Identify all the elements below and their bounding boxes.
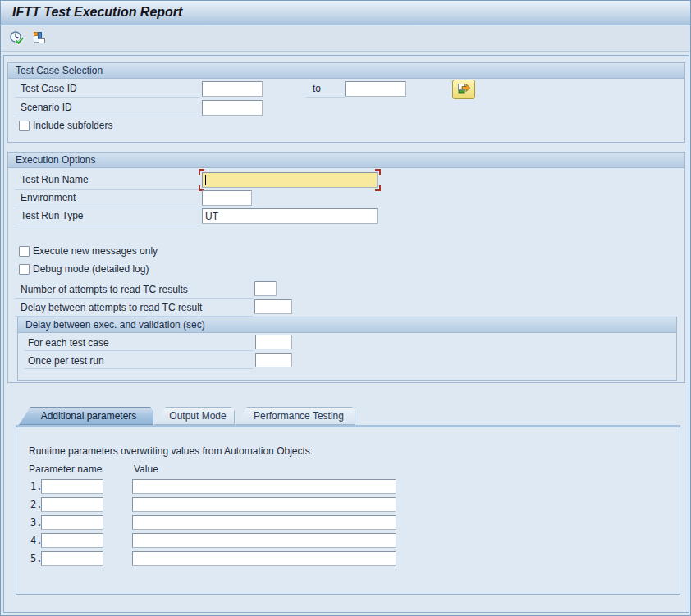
row-underline bbox=[306, 97, 346, 98]
execute-new-messages-checkbox[interactable] bbox=[19, 246, 30, 257]
execute-new-messages-label: Execute new messages only bbox=[33, 245, 158, 258]
test-case-id-label: Test Case ID bbox=[21, 81, 77, 97]
execute-clock-check-icon bbox=[9, 30, 25, 48]
for-each-test-case-input[interactable] bbox=[255, 335, 292, 349]
debug-mode-label: Debug mode (detailed log) bbox=[33, 263, 149, 276]
row-underline bbox=[15, 116, 200, 116]
delay-validation-group-title: Delay between exec. and validation (sec) bbox=[18, 317, 676, 333]
tab-performance-testing[interactable]: Performance Testing bbox=[236, 407, 355, 425]
test-run-type-label: Test Run Type bbox=[21, 208, 84, 224]
param-name-input-2[interactable] bbox=[41, 497, 103, 512]
execution-options-group: Execution Options Test Run Name Environm… bbox=[7, 152, 685, 383]
get-variant-button[interactable] bbox=[30, 30, 48, 48]
param-value-input-4[interactable] bbox=[132, 533, 396, 548]
delay-validation-group: Delay between exec. and validation (sec)… bbox=[17, 317, 677, 381]
environment-label: Environment bbox=[21, 190, 76, 206]
test-case-selection-group: Test Case Selection Test Case ID to Scen… bbox=[7, 62, 685, 143]
title-bar: IFTT Test Execution Report bbox=[1, 1, 691, 25]
param-value-input-2[interactable] bbox=[132, 497, 396, 512]
execute-button[interactable] bbox=[7, 30, 25, 48]
attempts-label: Number of attempts to read TC results bbox=[21, 282, 188, 298]
test-case-id-to-input[interactable] bbox=[346, 81, 406, 97]
param-name-input-3[interactable] bbox=[41, 515, 103, 530]
parameter-name-column-header: Parameter name bbox=[29, 463, 102, 475]
environment-input[interactable] bbox=[202, 190, 252, 206]
include-subfolders-label: Include subfolders bbox=[33, 120, 112, 132]
param-value-input-1[interactable] bbox=[132, 479, 396, 494]
debug-mode-checkbox[interactable] bbox=[19, 264, 30, 275]
page-title: IFTT Test Execution Report bbox=[12, 5, 182, 20]
row-underline bbox=[15, 97, 200, 98]
selection-screen: Test Case Selection Test Case ID to Scen… bbox=[3, 55, 689, 613]
test-run-name-input[interactable] bbox=[202, 172, 378, 188]
to-label: to bbox=[313, 81, 321, 97]
execution-options-group-title: Execution Options bbox=[8, 153, 684, 168]
row-underline bbox=[15, 298, 253, 299]
row-underline bbox=[15, 226, 200, 226]
delay-attempts-input[interactable] bbox=[254, 299, 292, 314]
scenario-id-input[interactable] bbox=[202, 100, 263, 116]
scenario-id-label: Scenario ID bbox=[21, 100, 72, 116]
get-variant-icon bbox=[31, 30, 47, 48]
param-value-input-3[interactable] bbox=[132, 515, 396, 530]
text-cursor bbox=[205, 175, 206, 185]
application-toolbar bbox=[1, 26, 691, 52]
runtime-parameters-description: Runtime parameters overwriting values fr… bbox=[29, 445, 313, 457]
param-name-input-5[interactable] bbox=[41, 551, 103, 566]
multiple-selection-button[interactable] bbox=[452, 80, 475, 99]
for-each-test-case-label: For each test case bbox=[28, 335, 109, 351]
tab-output-mode[interactable]: Output Mode bbox=[154, 407, 235, 425]
multiple-selection-arrow-icon bbox=[457, 81, 471, 98]
param-name-input-4[interactable] bbox=[41, 533, 103, 548]
additional-parameters-panel: Runtime parameters overwriting values fr… bbox=[16, 425, 680, 595]
sap-window: { "window": { "title": "IFTT Test Execut… bbox=[0, 0, 691, 616]
tab-additional-parameters[interactable]: Additional parameters bbox=[19, 407, 153, 425]
delay-attempts-label: Delay between attempts to read TC result bbox=[21, 300, 202, 316]
test-run-name-focus-frame bbox=[202, 172, 378, 188]
param-name-input-1[interactable] bbox=[41, 479, 103, 494]
once-per-test-run-label: Once per test run bbox=[28, 354, 104, 369]
attempts-input[interactable] bbox=[254, 281, 277, 296]
value-column-header: Value bbox=[134, 463, 158, 475]
test-run-name-label: Test Run Name bbox=[21, 172, 89, 188]
test-run-type-input[interactable] bbox=[202, 208, 378, 224]
param-value-input-5[interactable] bbox=[132, 551, 396, 566]
test-case-selection-group-title: Test Case Selection bbox=[8, 63, 684, 79]
once-per-test-run-input[interactable] bbox=[255, 353, 292, 367]
include-subfolders-checkbox[interactable] bbox=[19, 121, 30, 131]
test-case-id-from-input[interactable] bbox=[202, 81, 263, 97]
